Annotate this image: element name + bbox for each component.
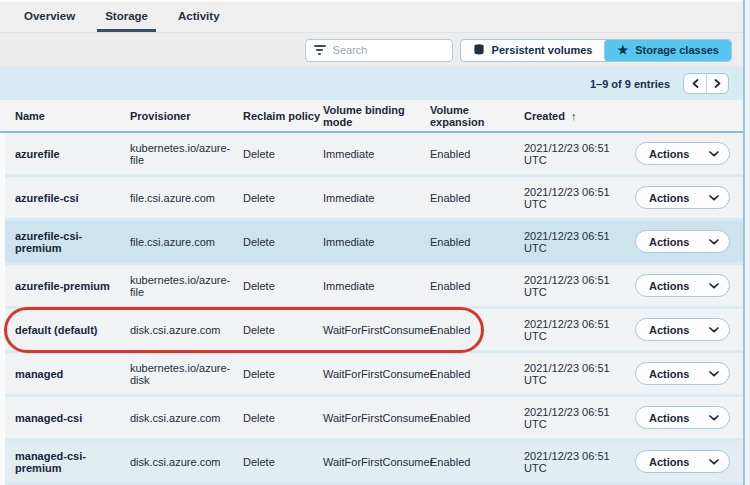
- actions-dropdown[interactable]: Actions: [635, 406, 730, 429]
- table-row[interactable]: azurefile kubernetes.io/azure-file Delet…: [5, 133, 743, 174]
- chevron-right-icon: [714, 79, 721, 88]
- cell-volume-binding-mode: Immediate: [323, 148, 430, 160]
- actions-dropdown[interactable]: Actions: [635, 274, 730, 297]
- actions-label: Actions: [649, 456, 689, 468]
- actions-dropdown[interactable]: Actions: [635, 362, 730, 385]
- column-header-created[interactable]: Created↑: [524, 110, 635, 122]
- database-icon: [473, 44, 485, 57]
- table-row[interactable]: azurefile-csi-premium file.csi.azure.com…: [5, 221, 743, 262]
- chevron-down-icon: [709, 283, 719, 289]
- chevron-down-icon: [709, 151, 719, 157]
- storage-classes-button[interactable]: ★ Storage classes: [604, 40, 731, 61]
- actions-dropdown[interactable]: Actions: [635, 142, 730, 165]
- column-header-volume-binding-mode[interactable]: Volume binding mode: [323, 104, 430, 128]
- cell-provisioner: file.csi.azure.com: [130, 236, 243, 248]
- chevron-down-icon: [709, 327, 719, 333]
- pagination-bar: 1–9 of 9 entries: [0, 67, 743, 100]
- cell-volume-binding-mode: WaitForFirstConsumer: [323, 456, 430, 468]
- cell-provisioner: disk.csi.azure.com: [130, 456, 243, 468]
- tab-storage[interactable]: Storage: [97, 2, 156, 32]
- persistent-volumes-label: Persistent volumes: [492, 44, 593, 56]
- cell-reclaim-policy: Delete: [243, 280, 323, 292]
- cell-created: 2021/12/23 06:51 UTC: [524, 318, 635, 342]
- actions-dropdown[interactable]: Actions: [635, 318, 730, 341]
- actions-label: Actions: [649, 280, 689, 292]
- table-row[interactable]: managed kubernetes.io/azure-disk Delete …: [5, 353, 743, 394]
- persistent-volumes-button[interactable]: Persistent volumes: [461, 40, 605, 61]
- cell-volume-expansion: Enabled: [430, 368, 524, 380]
- cell-volume-binding-mode: WaitForFirstConsumer: [323, 412, 430, 424]
- actions-label: Actions: [649, 324, 689, 336]
- cell-reclaim-policy: Delete: [243, 456, 323, 468]
- search-input[interactable]: [333, 44, 444, 56]
- cell-volume-expansion: Enabled: [430, 148, 524, 160]
- tab-bar: Overview Storage Activity: [0, 0, 743, 33]
- chevron-left-icon: [692, 79, 699, 88]
- actions-label: Actions: [649, 412, 689, 424]
- actions-dropdown[interactable]: Actions: [635, 186, 730, 209]
- cell-provisioner: file.csi.azure.com: [130, 192, 243, 204]
- table-body: azurefile kubernetes.io/azure-file Delet…: [5, 133, 743, 482]
- table-row[interactable]: azurefile-csi file.csi.azure.com Delete …: [5, 177, 743, 218]
- cell-created: 2021/12/23 06:51 UTC: [524, 450, 635, 474]
- cell-reclaim-policy: Delete: [243, 236, 323, 248]
- cell-reclaim-policy: Delete: [243, 324, 323, 336]
- cell-created: 2021/12/23 06:51 UTC: [524, 362, 635, 386]
- chevron-down-icon: [709, 195, 719, 201]
- cell-provisioner: kubernetes.io/azure-file: [130, 142, 243, 166]
- column-header-name[interactable]: Name: [15, 110, 130, 122]
- column-header-provisioner[interactable]: Provisioner: [130, 110, 243, 122]
- actions-dropdown[interactable]: Actions: [635, 450, 730, 473]
- column-header-reclaim-policy[interactable]: Reclaim policy: [243, 110, 323, 122]
- toolbar: Persistent volumes ★ Storage classes: [0, 33, 743, 67]
- search-box[interactable]: [305, 39, 453, 62]
- cell-volume-binding-mode: WaitForFirstConsumer: [323, 324, 430, 336]
- created-label: Created: [524, 110, 565, 122]
- tab-overview[interactable]: Overview: [16, 2, 83, 32]
- cell-reclaim-policy: Delete: [243, 148, 323, 160]
- cell-reclaim-policy: Delete: [243, 412, 323, 424]
- pager: [683, 73, 729, 94]
- cell-name: managed-csi: [15, 412, 130, 424]
- cell-name: azurefile-csi-premium: [15, 230, 130, 254]
- cell-name: managed: [15, 368, 130, 380]
- view-switcher: Persistent volumes ★ Storage classes: [460, 39, 732, 62]
- actions-label: Actions: [649, 236, 689, 248]
- table-row[interactable]: default (default) disk.csi.azure.com Del…: [5, 309, 743, 350]
- cell-volume-expansion: Enabled: [430, 192, 524, 204]
- cell-volume-binding-mode: WaitForFirstConsumer: [323, 368, 430, 380]
- prev-page-button[interactable]: [684, 74, 706, 93]
- cell-volume-expansion: Enabled: [430, 456, 524, 468]
- chevron-down-icon: [709, 239, 719, 245]
- cell-created: 2021/12/23 06:51 UTC: [524, 230, 635, 254]
- tab-activity[interactable]: Activity: [170, 2, 228, 32]
- table-left-gutter: [0, 133, 5, 485]
- actions-label: Actions: [649, 148, 689, 160]
- cell-volume-binding-mode: Immediate: [323, 280, 430, 292]
- column-header-volume-expansion[interactable]: Volume expansion: [430, 104, 524, 128]
- table-row[interactable]: managed-csi-premium disk.csi.azure.com D…: [5, 441, 743, 482]
- storage-classes-page: Overview Storage Activity Persistent vol…: [0, 0, 745, 485]
- cell-provisioner: kubernetes.io/azure-file: [130, 274, 243, 298]
- cell-provisioner: disk.csi.azure.com: [130, 412, 243, 424]
- cell-reclaim-policy: Delete: [243, 192, 323, 204]
- cell-provisioner: kubernetes.io/azure-disk: [130, 362, 243, 386]
- chevron-down-icon: [709, 415, 719, 421]
- actions-dropdown[interactable]: Actions: [635, 230, 730, 253]
- storage-classes-label: Storage classes: [635, 44, 719, 56]
- cell-provisioner: disk.csi.azure.com: [130, 324, 243, 336]
- cell-created: 2021/12/23 06:51 UTC: [524, 406, 635, 430]
- cell-name: default (default): [15, 324, 130, 336]
- actions-label: Actions: [649, 368, 689, 380]
- cell-name: azurefile-csi: [15, 192, 130, 204]
- table-row[interactable]: azurefile-premium kubernetes.io/azure-fi…: [5, 265, 743, 306]
- actions-label: Actions: [649, 192, 689, 204]
- cell-volume-expansion: Enabled: [430, 324, 524, 336]
- table-row[interactable]: managed-csi disk.csi.azure.com Delete Wa…: [5, 397, 743, 438]
- next-page-button[interactable]: [706, 74, 728, 93]
- cell-reclaim-policy: Delete: [243, 368, 323, 380]
- star-icon: ★: [617, 44, 628, 56]
- cell-name: azurefile-premium: [15, 280, 130, 292]
- cell-created: 2021/12/23 06:51 UTC: [524, 186, 635, 210]
- chevron-down-icon: [709, 459, 719, 465]
